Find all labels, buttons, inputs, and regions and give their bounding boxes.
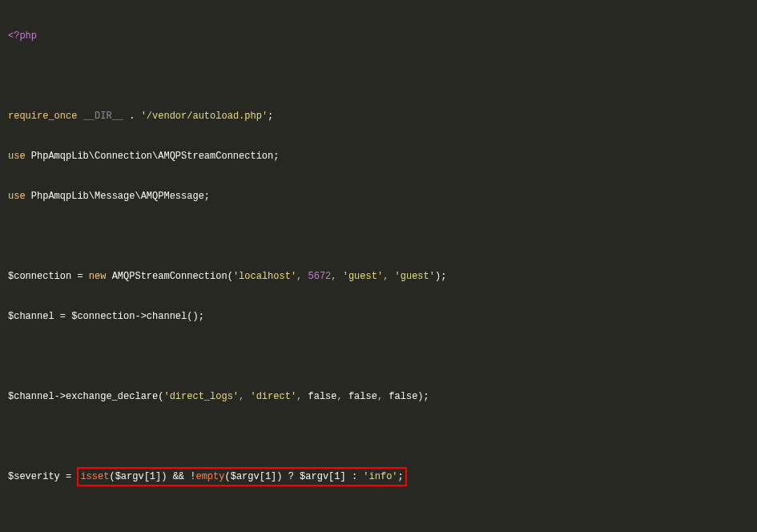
code-line: $channel = $connection->channel();: [8, 307, 749, 327]
string-guest: 'guest': [395, 271, 435, 282]
string-localhost: 'localhost': [233, 271, 296, 282]
fn-empty: empty: [195, 471, 224, 482]
false-kw: false: [389, 391, 417, 402]
fn-isset: isset: [80, 471, 109, 482]
comma: ,: [239, 391, 250, 402]
code-line: $severity = isset($argv[1]) && !empty($a…: [8, 467, 749, 487]
assign-op: =: [60, 471, 78, 482]
code-line: [8, 347, 749, 367]
comma: ,: [383, 271, 394, 282]
method-call: $connection->channel(): [71, 311, 198, 322]
string-direct: 'direct': [250, 391, 296, 402]
semicolon: ;: [424, 391, 429, 402]
highlighted-expression: isset($argv[1]) && !empty($argv[1]) ? $a…: [77, 467, 406, 486]
string-info: 'info': [363, 471, 397, 482]
string-autoload: '/vendor/autoload.php': [141, 111, 268, 122]
keyword-use: use: [8, 191, 26, 202]
code-line: [8, 427, 749, 447]
code-line: require_once __DIR__ . '/vendor/autoload…: [8, 107, 749, 127]
open-paren: (: [228, 271, 233, 282]
comma: ,: [377, 391, 389, 402]
var-connection: $connection: [8, 271, 71, 282]
false-kw: false: [308, 391, 336, 402]
keyword-use: use: [8, 151, 26, 162]
argv1: ($argv[1]): [224, 471, 282, 482]
code-line: <?php: [8, 26, 749, 46]
comma: ,: [337, 391, 348, 402]
code-line: use PhpAmqpLib\Message\AMQPMessage;: [8, 187, 749, 207]
concat-op: .: [123, 111, 141, 122]
keyword-require: require_once: [8, 111, 77, 122]
code-line: [8, 507, 749, 527]
semicolon: ;: [441, 271, 446, 282]
ternary: ? $argv[1] :: [283, 471, 364, 482]
string-directlogs: 'direct_logs': [163, 391, 239, 402]
var-channel: $channel: [8, 311, 54, 322]
namespace-conn: PhpAmqpLib\Connection\AMQPStreamConnecti…: [26, 151, 274, 162]
code-line: [8, 227, 749, 247]
namespace-msg: PhpAmqpLib\Message\AMQPMessage: [26, 191, 204, 202]
semicolon: ;: [273, 151, 279, 162]
keyword-new: new: [89, 271, 107, 282]
class-conn: AMQPStreamConnection: [106, 271, 227, 282]
assign-op: =: [71, 271, 89, 282]
false-kw: false: [348, 391, 377, 402]
semicolon: ;: [398, 471, 404, 482]
close-paren: ): [417, 391, 423, 402]
semicolon: ;: [204, 191, 210, 202]
dir-const: __DIR__: [83, 111, 123, 122]
comma: ,: [296, 271, 308, 282]
argv1: ($argv[1]): [109, 471, 167, 482]
code-line: [8, 66, 749, 87]
comma: ,: [331, 271, 342, 282]
php-open-tag: <?php: [8, 30, 37, 42]
comma: ,: [296, 391, 308, 402]
code-line: use PhpAmqpLib\Connection\AMQPStreamConn…: [8, 147, 749, 167]
code-line: $connection = new AMQPStreamConnection('…: [8, 267, 749, 287]
code-line: $channel->exchange_declare('direct_logs'…: [8, 387, 749, 407]
method-exchange: $channel->exchange_declare: [8, 391, 158, 402]
var-severity: $severity: [8, 471, 60, 482]
number-port: 5672: [308, 271, 332, 282]
string-guest: 'guest': [343, 271, 383, 282]
semicolon: ;: [199, 311, 204, 322]
code-block: <?php require_once __DIR__ . '/vendor/au…: [8, 6, 749, 532]
assign-op: =: [54, 311, 72, 322]
and-op: && !: [167, 471, 195, 482]
semicolon: ;: [268, 111, 273, 122]
